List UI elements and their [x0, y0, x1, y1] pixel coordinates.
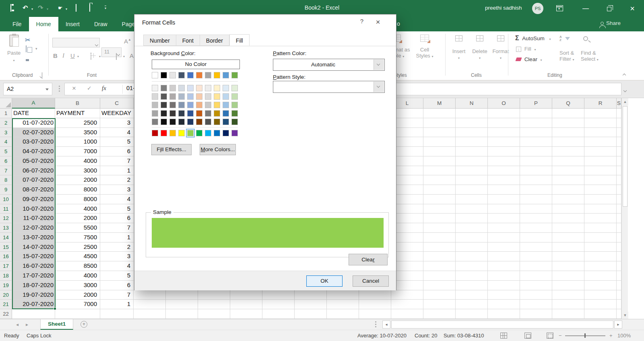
- enter-entry-icon[interactable]: ✓: [87, 85, 92, 91]
- cell-N22[interactable]: [456, 309, 488, 319]
- cell-S3[interactable]: [617, 128, 621, 138]
- cell-S10[interactable]: [617, 195, 621, 204]
- color-swatch[interactable]: [196, 93, 202, 100]
- cell-C19[interactable]: 6: [100, 281, 134, 290]
- color-swatch[interactable]: [223, 72, 229, 78]
- cell-G21[interactable]: [230, 300, 262, 309]
- cell-S12[interactable]: [617, 214, 621, 223]
- cell-E20[interactable]: [166, 290, 198, 300]
- cell-B16[interactable]: 4500: [55, 252, 100, 261]
- cell-M6[interactable]: [423, 156, 456, 166]
- cell-R10[interactable]: [584, 195, 617, 204]
- color-swatch[interactable]: [205, 72, 211, 78]
- cell-B7[interactable]: 3000: [55, 166, 100, 176]
- collapse-ribbon-icon[interactable]: [623, 72, 625, 78]
- cell-M8[interactable]: [423, 175, 456, 185]
- cell-R3[interactable]: [584, 128, 617, 138]
- color-swatch[interactable]: [205, 93, 211, 100]
- row-header-8[interactable]: 8: [0, 175, 12, 185]
- restore-button[interactable]: [600, 0, 618, 17]
- color-swatch[interactable]: [223, 102, 229, 108]
- cell-N21[interactable]: [456, 300, 488, 309]
- color-swatch[interactable]: [187, 119, 194, 125]
- cell-N9[interactable]: [456, 185, 488, 195]
- cell-Q16[interactable]: [552, 252, 584, 261]
- cell-A13[interactable]: 12-07-2020: [12, 223, 55, 233]
- cell-C17[interactable]: 4: [100, 261, 134, 271]
- cell-S11[interactable]: [617, 204, 621, 214]
- cell-M15[interactable]: [423, 242, 456, 252]
- cell-P20[interactable]: [520, 290, 552, 300]
- cell-N20[interactable]: [456, 290, 488, 300]
- cell-R6[interactable]: [584, 156, 617, 166]
- cell-S5[interactable]: [617, 147, 621, 156]
- select-all-corner[interactable]: [0, 98, 12, 109]
- cell-R5[interactable]: [584, 147, 617, 156]
- underline-button[interactable]: U: [70, 52, 75, 59]
- cell-Q3[interactable]: [552, 128, 584, 138]
- cell-O5[interactable]: [488, 147, 520, 156]
- row-header-9[interactable]: 9: [0, 185, 12, 195]
- fill-handle[interactable]: [54, 307, 56, 310]
- color-swatch[interactable]: [231, 72, 238, 78]
- insert-function-icon[interactable]: fx: [102, 85, 106, 92]
- dialog-help-icon[interactable]: ?: [357, 18, 367, 25]
- cell-B14[interactable]: 7500: [55, 233, 100, 242]
- hscroll-right-icon[interactable]: ▸: [614, 320, 622, 329]
- cell-O18[interactable]: [488, 271, 520, 281]
- row-header-12[interactable]: 12: [0, 214, 12, 223]
- grow-font-icon[interactable]: A▲: [124, 38, 131, 45]
- format-cells-button[interactable]: Format▾: [492, 35, 510, 60]
- scroll-up-icon[interactable]: ▲: [622, 98, 628, 105]
- cell-S20[interactable]: [617, 290, 621, 300]
- cell-M19[interactable]: [423, 281, 456, 290]
- cell-P4[interactable]: [520, 137, 552, 147]
- cell-R9[interactable]: [584, 185, 617, 195]
- row-header-6[interactable]: 6: [0, 156, 12, 166]
- cell-B12[interactable]: 2000: [55, 214, 100, 223]
- color-swatch[interactable]: [205, 102, 211, 108]
- cell-O7[interactable]: [488, 166, 520, 176]
- cell-N12[interactable]: [456, 214, 488, 223]
- cell-B1[interactable]: PAYMENT: [55, 109, 100, 118]
- ok-button[interactable]: OK: [306, 275, 343, 287]
- cell-B6[interactable]: 4000: [55, 156, 100, 166]
- horizontal-scrollbar[interactable]: [391, 320, 613, 329]
- cell-C2[interactable]: 3: [100, 118, 134, 128]
- borders-icon[interactable]: [91, 53, 91, 59]
- cell-O20[interactable]: [488, 290, 520, 300]
- cell-B5[interactable]: 7000: [55, 147, 100, 156]
- cell-P18[interactable]: [520, 271, 552, 281]
- cell-Q11[interactable]: [552, 204, 584, 214]
- cell-A19[interactable]: 18-07-2020: [12, 281, 55, 290]
- cell-G20[interactable]: [230, 290, 262, 300]
- ribbon-tab-draw[interactable]: Draw: [87, 17, 115, 31]
- font-size-combo[interactable]: 11: [101, 47, 122, 57]
- cell-S21[interactable]: [617, 300, 621, 309]
- cell-S18[interactable]: [617, 271, 621, 281]
- row-header-11[interactable]: 11: [0, 204, 12, 214]
- name-box[interactable]: A2: [3, 83, 52, 95]
- cell-C10[interactable]: 4: [100, 195, 134, 204]
- cell-N2[interactable]: [456, 118, 488, 128]
- cell-C11[interactable]: 5: [100, 204, 134, 214]
- cell-B9[interactable]: 8000: [55, 185, 100, 195]
- ribbon-tab-insert[interactable]: Insert: [58, 17, 87, 31]
- cell-A15[interactable]: 14-07-2020: [12, 242, 55, 252]
- cell-C18[interactable]: 5: [100, 271, 134, 281]
- clear-button[interactable]: Clear ▾: [516, 56, 542, 62]
- cell-B21[interactable]: 7000: [55, 300, 100, 309]
- color-swatch[interactable]: [231, 110, 238, 117]
- cell-S14[interactable]: [617, 233, 621, 242]
- cell-B22[interactable]: [55, 309, 100, 319]
- color-swatch[interactable]: [178, 93, 185, 100]
- cell-M16[interactable]: [423, 252, 456, 261]
- cell-C3[interactable]: 4: [100, 128, 134, 138]
- cell-S16[interactable]: [617, 252, 621, 261]
- cell-O9[interactable]: [488, 185, 520, 195]
- color-swatch[interactable]: [214, 130, 220, 136]
- column-header-P[interactable]: P: [520, 98, 552, 109]
- cell-M21[interactable]: [423, 300, 456, 309]
- row-header-15[interactable]: 15: [0, 242, 12, 252]
- cell-P21[interactable]: [520, 300, 552, 309]
